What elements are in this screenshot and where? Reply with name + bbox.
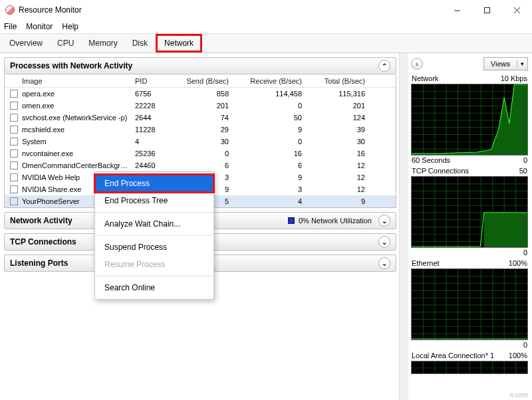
- ctx-search-online[interactable]: Search Online: [95, 279, 213, 296]
- checkbox[interactable]: [10, 138, 18, 146]
- cell-pid: 24460: [132, 161, 172, 169]
- graph-scale: 100%: [509, 259, 527, 267]
- tab-strip: Overview CPU Memory Disk Network: [0, 33, 532, 53]
- legend-square-icon: [288, 217, 295, 224]
- cell-recv: 3: [235, 185, 309, 193]
- graph-ethernet: Ethernet100% 0: [411, 259, 528, 349]
- menu-help[interactable]: Help: [62, 22, 78, 31]
- graph-footer-left: 60 Seconds: [412, 156, 450, 164]
- menu-monitor[interactable]: Monitor: [26, 22, 53, 31]
- table-header: Image PID Send (B/sec) Receive (B/sec) T…: [5, 74, 396, 88]
- right-pane: › Views ▾ Network10 Kbps 60 Seconds0 TCP…: [408, 53, 532, 400]
- cell-recv: 6: [235, 161, 309, 169]
- maximize-button[interactable]: [472, 0, 502, 20]
- cell-image: nvcontainer.exe: [19, 150, 132, 157]
- cell-recv: 0: [235, 138, 309, 146]
- cell-send: 29: [172, 126, 235, 134]
- cell-recv: 9: [235, 173, 309, 181]
- separator: [95, 212, 213, 213]
- cell-send: 0: [172, 150, 235, 157]
- separator: [95, 235, 213, 236]
- checkbox[interactable]: [10, 114, 18, 122]
- expand-icon[interactable]: ⌄: [378, 215, 390, 227]
- tab-memory[interactable]: Memory: [82, 36, 124, 50]
- utilization-text: 0% Network Utilization: [299, 217, 372, 225]
- window-controls: [442, 0, 532, 20]
- cell-send: 6: [172, 161, 235, 169]
- checkbox[interactable]: [10, 150, 18, 157]
- checkbox[interactable]: [10, 126, 18, 134]
- expand-icon[interactable]: ⌄: [378, 257, 390, 269]
- scrollbar[interactable]: [399, 53, 408, 400]
- cell-pid: 11228: [132, 126, 172, 134]
- views-label: Views: [484, 60, 517, 68]
- checkbox[interactable]: [10, 90, 18, 98]
- ctx-end-process[interactable]: End Process: [95, 175, 213, 192]
- context-menu: End Process End Process Tree Analyze Wai…: [94, 171, 214, 300]
- table-row[interactable]: OmenCommandCenterBackgro… 24460 6 6 12: [5, 159, 396, 171]
- table-row[interactable]: opera.exe 6756 858 114,458 115,316: [5, 88, 396, 100]
- cell-total: 12: [309, 185, 372, 193]
- graph-title: TCP Connections: [412, 167, 469, 175]
- table-row[interactable]: System 4 30 0 30: [5, 136, 396, 148]
- col-recv[interactable]: Receive (B/sec): [235, 77, 309, 85]
- right-toolbar: › Views ▾: [411, 57, 528, 70]
- graph-scale: 100%: [509, 351, 527, 359]
- minimize-button[interactable]: [442, 0, 472, 20]
- ctx-analyze-wait-chain[interactable]: Analyze Wait Chain...: [95, 215, 213, 233]
- svg-marker-41: [484, 213, 527, 247]
- tab-disk[interactable]: Disk: [126, 36, 154, 50]
- section-tcp-title: TCP Connections: [10, 237, 76, 247]
- cell-pid: 2644: [132, 114, 172, 122]
- checkbox[interactable]: [10, 185, 18, 193]
- graph-canvas: [411, 176, 528, 248]
- collapse-icon[interactable]: ⌃: [378, 60, 390, 72]
- ctx-suspend-process[interactable]: Suspend Process: [95, 239, 213, 256]
- table-row[interactable]: svchost.exe (NetworkService -p) 2644 74 …: [5, 112, 396, 124]
- ctx-resume-process: Resume Process: [95, 256, 213, 273]
- cell-pid: 6756: [132, 90, 172, 98]
- table-row[interactable]: omen.exe 22228 201 0 201: [5, 100, 396, 112]
- table-row[interactable]: nvcontainer.exe 25236 0 16 16: [5, 148, 396, 159]
- expand-icon[interactable]: ⌄: [378, 236, 390, 248]
- svg-rect-1: [485, 7, 490, 13]
- section-processes-header[interactable]: Processes with Network Activity ⌃: [4, 57, 396, 74]
- graph-canvas: [411, 361, 528, 374]
- menu-file[interactable]: File: [4, 22, 17, 31]
- tab-network[interactable]: Network: [156, 34, 202, 52]
- app-icon: [5, 5, 15, 15]
- title-bar: Resource Monitor: [0, 0, 532, 20]
- table-row[interactable]: mcshield.exe 11228 29 9 39: [5, 124, 396, 136]
- graph-scale: 50: [519, 167, 527, 175]
- cell-send: 30: [172, 138, 235, 146]
- graph-footer-right: 0: [523, 341, 527, 349]
- col-send[interactable]: Send (B/sec): [172, 77, 235, 85]
- col-image[interactable]: Image: [19, 77, 132, 85]
- checkbox[interactable]: [10, 173, 18, 181]
- collapse-right-icon[interactable]: ›: [411, 58, 423, 70]
- cell-recv: 4: [235, 197, 309, 205]
- graph-title: Local Area Connection* 1: [412, 351, 494, 359]
- close-button[interactable]: [502, 0, 532, 20]
- views-dropdown[interactable]: Views ▾: [483, 57, 528, 70]
- checkbox[interactable]: [10, 197, 18, 205]
- separator: [95, 276, 213, 276]
- graph-footer-right: 0: [523, 156, 527, 164]
- tab-cpu[interactable]: CPU: [51, 36, 80, 50]
- section-processes-title: Processes with Network Activity: [10, 61, 132, 70]
- tab-overview[interactable]: Overview: [3, 36, 49, 50]
- chevron-down-icon: ▾: [517, 60, 527, 67]
- cell-recv: 9: [235, 126, 309, 134]
- cell-send: 74: [172, 114, 235, 122]
- graph-network: Network10 Kbps 60 Seconds0: [411, 74, 528, 164]
- checkbox[interactable]: [10, 161, 18, 169]
- cell-image: System: [19, 138, 132, 146]
- cell-total: 12: [309, 173, 372, 181]
- cell-image: omen.exe: [19, 102, 132, 110]
- col-total[interactable]: Total (B/sec): [309, 77, 372, 85]
- ctx-end-process-tree[interactable]: End Process Tree: [95, 192, 213, 209]
- col-pid[interactable]: PID: [132, 77, 172, 85]
- cell-send: 858: [172, 90, 235, 98]
- checkbox[interactable]: [10, 102, 18, 110]
- cell-pid: 22228: [132, 102, 172, 110]
